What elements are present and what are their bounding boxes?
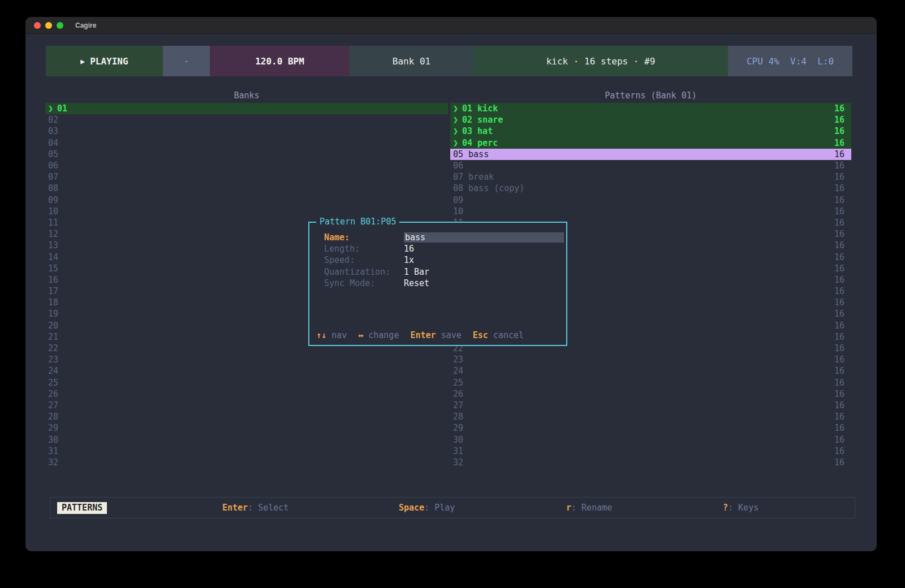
bank-row[interactable]: ❯01 [45,103,448,114]
bank-row[interactable]: 31 [45,446,448,457]
pattern-row[interactable]: ❯03hat16 [450,126,851,137]
banks-header: Banks [45,90,448,102]
field-value[interactable]: 1 Bar [404,267,429,277]
pattern-length: 16 [834,138,851,148]
bpm-display: 120.0 BPM [210,46,350,76]
bank-row[interactable]: 32 [45,457,448,468]
metronome-segment: - [163,46,210,76]
pattern-row[interactable]: 3216 [450,457,851,468]
bank-number: 13 [48,240,58,250]
pattern-row[interactable]: 2516 [450,377,851,388]
bank-number: 31 [48,446,58,456]
hint-key: Enter [222,503,248,513]
pattern-length: 16 [834,435,851,445]
pattern-length: 16 [834,297,851,308]
pattern-length: 16 [834,286,851,296]
pattern-length: 16 [834,126,851,136]
pattern-length: 16 [834,354,851,365]
pattern-row[interactable]: ❯01kick16 [450,103,851,114]
pattern-row[interactable]: 08bass (copy)16 [450,183,851,194]
window-controls [25,22,63,29]
pattern-row[interactable]: 0916 [450,194,851,206]
pattern-length: 16 [834,195,851,205]
now-playing-display: kick · 16 steps · #9 [473,46,728,76]
pattern-row[interactable]: ❯04perc16 [450,137,851,149]
pattern-row[interactable]: 2716 [450,400,851,411]
bank-row[interactable]: 07 [45,171,448,183]
dialog-keyhints: ↑↓ nav↔ changeEnter saveEsc cancel [316,330,524,340]
hint-key: Space [399,503,424,513]
bank-row[interactable]: 30 [45,434,448,445]
bank-row[interactable]: 06 [45,160,448,171]
bank-row[interactable]: 25 [45,377,448,388]
bank-number: 09 [48,195,58,205]
bank-number: 21 [48,332,58,342]
key-hint: Esc cancel [473,330,524,340]
pattern-length: 16 [834,446,851,456]
minimize-window-icon[interactable] [45,22,52,29]
pattern-row[interactable]: 0616 [450,160,851,171]
bank-row[interactable]: 24 [45,365,448,377]
pattern-length: 16 [834,309,851,319]
pattern-row[interactable]: 2916 [450,422,851,434]
bank-row[interactable]: 23 [45,354,448,365]
transport-label: PLAYING [90,56,128,67]
field-value[interactable]: bass [404,232,564,243]
pattern-row[interactable]: 05bass16 [450,149,851,160]
bank-row[interactable]: 08 [45,183,448,194]
pattern-row[interactable]: 2616 [450,388,851,400]
bank-row[interactable]: 05 [45,149,448,160]
bank-row[interactable]: 10 [45,206,448,217]
bank-number: 18 [48,297,58,308]
pattern-length: 16 [834,115,851,125]
bank-row[interactable]: 27 [45,400,448,411]
active-chevron-icon: ❯ [453,115,458,125]
pattern-row[interactable]: ❯02snare16 [450,114,851,126]
pattern-row[interactable]: 2816 [450,411,851,422]
hint-label: nav [331,330,347,340]
bank-row[interactable]: 26 [45,388,448,400]
bank-row[interactable]: 09 [45,194,448,206]
statusbar-key-hint: r: Rename [566,503,612,513]
field-value[interactable]: 16 [404,244,414,254]
play-icon: ▶ [80,57,85,66]
bank-row[interactable]: 28 [45,411,448,422]
hint-label: : Select [248,503,288,513]
bank-row[interactable]: 04 [45,137,448,149]
status-bar: PATTERNS Enter: SelectSpace: Playr: Rena… [50,497,855,518]
zoom-window-icon[interactable] [57,22,63,29]
pattern-number: 29 [453,423,463,433]
bank-display: Bank 01 [350,46,473,76]
bank-row[interactable]: 03 [45,126,448,137]
pattern-number: 26 [453,389,463,399]
pattern-length: 16 [834,240,851,250]
hint-key: Enter [410,330,441,340]
pattern-length: 16 [834,252,851,262]
pattern-name: bass (copy) [468,183,524,193]
hint-label: : Play [424,503,455,513]
pattern-row[interactable]: 2316 [450,354,851,365]
pattern-row[interactable]: 3016 [450,434,851,445]
pattern-length: 16 [834,457,851,468]
bank-number: 08 [48,183,58,193]
hint-label: change [368,330,399,340]
field-value[interactable]: 1x [404,255,414,265]
pattern-row[interactable]: 07break16 [450,171,851,183]
pattern-length: 16 [834,423,851,433]
pattern-row[interactable]: 2416 [450,365,851,377]
pattern-number: 05 [453,149,463,159]
pattern-length: 16 [834,172,851,182]
close-window-icon[interactable] [34,22,41,29]
bank-number: 01 [57,103,67,114]
statusbar-key-hint: Space: Play [399,503,455,513]
pattern-row[interactable]: 3116 [450,446,851,457]
pattern-name: snare [477,115,503,125]
key-hint: Enter save [410,330,461,340]
pattern-row[interactable]: 1016 [450,206,851,217]
bank-row[interactable]: 02 [45,114,448,126]
dialog-fields: Name:bassLength:16Speed:1xQuantization:1… [309,223,566,289]
field-value[interactable]: Reset [404,278,429,288]
bank-row[interactable]: 29 [45,422,448,434]
bank-number: 17 [48,286,58,296]
pattern-name: perc [477,138,498,148]
